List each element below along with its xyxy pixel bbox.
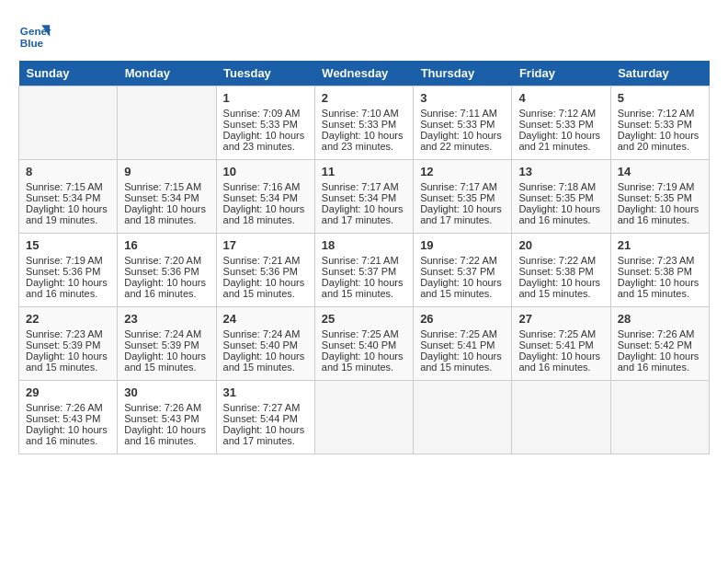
calendar-day-cell: 3Sunrise: 7:11 AMSunset: 5:33 PMDaylight… <box>414 86 512 160</box>
sunrise: Sunrise: 7:12 AM <box>618 108 695 119</box>
daylight: Daylight: 10 hours and 16 minutes. <box>26 277 108 299</box>
day-number: 13 <box>518 165 603 178</box>
daylight: Daylight: 10 hours and 15 minutes. <box>26 350 108 373</box>
calendar-day-cell: 4Sunrise: 7:12 AMSunset: 5:33 PMDaylight… <box>512 86 610 160</box>
calendar-day-cell: 5Sunrise: 7:12 AMSunset: 5:33 PMDaylight… <box>610 86 709 160</box>
day-number: 3 <box>420 91 505 105</box>
day-number: 20 <box>518 238 603 252</box>
sunset: Sunset: 5:34 PM <box>322 192 396 203</box>
sunrise: Sunrise: 7:22 AM <box>420 255 497 266</box>
calendar-day-cell: 28Sunrise: 7:26 AMSunset: 5:42 PMDayligh… <box>610 307 709 381</box>
day-number: 26 <box>420 312 505 326</box>
sunset: Sunset: 5:33 PM <box>223 119 298 130</box>
calendar-day-cell: 14Sunrise: 7:19 AMSunset: 5:35 PMDayligh… <box>610 160 709 234</box>
daylight: Daylight: 10 hours and 17 minutes. <box>420 203 502 225</box>
calendar-day-cell: 9Sunrise: 7:15 AMSunset: 5:34 PMDaylight… <box>118 160 216 234</box>
svg-text:Blue: Blue <box>20 37 44 49</box>
sunset: Sunset: 5:43 PM <box>26 413 100 424</box>
daylight: Daylight: 10 hours and 18 minutes. <box>124 203 206 225</box>
sunrise: Sunrise: 7:23 AM <box>618 255 695 266</box>
daylight: Daylight: 10 hours and 15 minutes. <box>420 277 502 299</box>
weekday-header-row: SundayMondayTuesdayWednesdayThursdayFrid… <box>19 61 710 86</box>
weekday-header-saturday: Saturday <box>610 61 709 86</box>
sunrise: Sunrise: 7:15 AM <box>26 181 103 192</box>
sunrise: Sunrise: 7:11 AM <box>420 108 497 119</box>
sunrise: Sunrise: 7:15 AM <box>124 181 201 192</box>
sunset: Sunset: 5:34 PM <box>26 192 100 203</box>
calendar-day-cell: 21Sunrise: 7:23 AMSunset: 5:38 PMDayligh… <box>610 234 709 307</box>
day-number: 22 <box>26 312 110 326</box>
calendar-day-cell: 17Sunrise: 7:21 AMSunset: 5:36 PMDayligh… <box>216 234 314 307</box>
calendar-day-cell: 10Sunrise: 7:16 AMSunset: 5:34 PMDayligh… <box>216 160 314 234</box>
calendar-day-cell: 19Sunrise: 7:22 AMSunset: 5:37 PMDayligh… <box>414 234 512 307</box>
sunrise: Sunrise: 7:27 AM <box>223 402 301 413</box>
sunrise: Sunrise: 7:23 AM <box>26 328 103 339</box>
sunrise: Sunrise: 7:10 AM <box>322 108 399 119</box>
daylight: Daylight: 10 hours and 18 minutes. <box>223 203 305 225</box>
calendar-week-row: 29Sunrise: 7:26 AMSunset: 5:43 PMDayligh… <box>19 381 710 454</box>
weekday-header-wednesday: Wednesday <box>314 61 413 86</box>
day-number: 27 <box>518 312 603 326</box>
daylight: Daylight: 10 hours and 16 minutes. <box>26 424 108 446</box>
sunset: Sunset: 5:41 PM <box>420 339 495 350</box>
calendar-day-cell: 23Sunrise: 7:24 AMSunset: 5:39 PMDayligh… <box>118 307 216 381</box>
daylight: Daylight: 10 hours and 15 minutes. <box>420 350 502 373</box>
calendar-day-cell: 11Sunrise: 7:17 AMSunset: 5:34 PMDayligh… <box>314 160 413 234</box>
sunrise: Sunrise: 7:21 AM <box>322 255 399 266</box>
calendar-day-cell: 27Sunrise: 7:25 AMSunset: 5:41 PMDayligh… <box>512 307 610 381</box>
day-number: 25 <box>322 312 406 326</box>
day-number: 4 <box>518 91 603 105</box>
calendar-day-cell: 25Sunrise: 7:25 AMSunset: 5:40 PMDayligh… <box>314 307 413 381</box>
logo-icon: General Blue <box>18 18 51 52</box>
sunrise: Sunrise: 7:24 AM <box>223 328 301 339</box>
calendar-day-cell: 13Sunrise: 7:18 AMSunset: 5:35 PMDayligh… <box>512 160 610 234</box>
daylight: Daylight: 10 hours and 16 minutes. <box>124 424 206 446</box>
day-number: 16 <box>124 238 209 252</box>
calendar-day-cell: 24Sunrise: 7:24 AMSunset: 5:40 PMDayligh… <box>216 307 314 381</box>
daylight: Daylight: 10 hours and 22 minutes. <box>420 130 502 152</box>
sunset: Sunset: 5:40 PM <box>322 339 396 350</box>
sunset: Sunset: 5:33 PM <box>420 119 495 130</box>
calendar-day-cell: 8Sunrise: 7:15 AMSunset: 5:34 PMDaylight… <box>19 160 118 234</box>
calendar-week-row: 22Sunrise: 7:23 AMSunset: 5:39 PMDayligh… <box>19 307 710 381</box>
day-number: 19 <box>420 238 505 252</box>
calendar-day-cell <box>19 86 118 160</box>
daylight: Daylight: 10 hours and 15 minutes. <box>618 277 700 299</box>
day-number: 24 <box>223 312 308 326</box>
weekday-header-thursday: Thursday <box>414 61 512 86</box>
sunrise: Sunrise: 7:26 AM <box>124 402 201 413</box>
daylight: Daylight: 10 hours and 15 minutes. <box>223 277 305 299</box>
calendar-day-cell: 12Sunrise: 7:17 AMSunset: 5:35 PMDayligh… <box>414 160 512 234</box>
day-number: 18 <box>322 238 406 252</box>
daylight: Daylight: 10 hours and 16 minutes. <box>618 203 700 225</box>
calendar-day-cell: 20Sunrise: 7:22 AMSunset: 5:38 PMDayligh… <box>512 234 610 307</box>
sunrise: Sunrise: 7:17 AM <box>322 181 399 192</box>
day-number: 12 <box>420 165 505 178</box>
calendar-week-row: 1Sunrise: 7:09 AMSunset: 5:33 PMDaylight… <box>19 86 710 160</box>
sunset: Sunset: 5:33 PM <box>618 119 692 130</box>
sunset: Sunset: 5:39 PM <box>124 339 199 350</box>
sunrise: Sunrise: 7:12 AM <box>518 108 596 119</box>
sunset: Sunset: 5:35 PM <box>618 192 692 203</box>
day-number: 5 <box>618 91 702 105</box>
daylight: Daylight: 10 hours and 19 minutes. <box>26 203 108 225</box>
sunrise: Sunrise: 7:22 AM <box>518 255 596 266</box>
sunset: Sunset: 5:35 PM <box>518 192 593 203</box>
day-number: 14 <box>618 165 702 178</box>
day-number: 15 <box>26 238 110 252</box>
day-number: 21 <box>618 238 702 252</box>
daylight: Daylight: 10 hours and 15 minutes. <box>124 350 206 373</box>
logo: General Blue <box>18 18 57 52</box>
sunset: Sunset: 5:36 PM <box>26 266 100 277</box>
daylight: Daylight: 10 hours and 15 minutes. <box>322 277 404 299</box>
calendar-day-cell: 26Sunrise: 7:25 AMSunset: 5:41 PMDayligh… <box>414 307 512 381</box>
sunrise: Sunrise: 7:24 AM <box>124 328 201 339</box>
sunset: Sunset: 5:35 PM <box>420 192 495 203</box>
daylight: Daylight: 10 hours and 17 minutes. <box>223 424 305 446</box>
sunset: Sunset: 5:38 PM <box>518 266 593 277</box>
sunset: Sunset: 5:37 PM <box>322 266 396 277</box>
sunrise: Sunrise: 7:19 AM <box>618 181 695 192</box>
weekday-header-tuesday: Tuesday <box>216 61 314 86</box>
sunset: Sunset: 5:43 PM <box>124 413 199 424</box>
weekday-header-friday: Friday <box>512 61 610 86</box>
